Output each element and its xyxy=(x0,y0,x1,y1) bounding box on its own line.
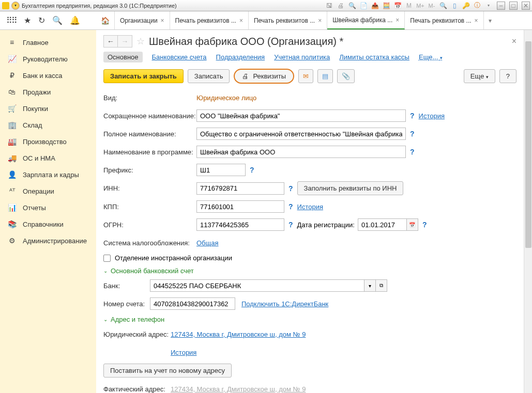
email-button[interactable]: ✉ xyxy=(298,69,313,83)
notifications-bell-icon[interactable]: 🔔 xyxy=(70,15,80,25)
tab-subdivisions[interactable]: Подразделения xyxy=(216,53,265,61)
help-icon[interactable]: ? xyxy=(288,184,293,193)
tab-print-req-2[interactable]: Печать реквизитов ... × xyxy=(249,11,327,29)
tab-print-req-3[interactable]: Печать реквизитов ... × xyxy=(405,11,483,29)
program-name-input[interactable] xyxy=(196,146,406,158)
full-name-input[interactable] xyxy=(196,128,406,140)
prefix-input[interactable] xyxy=(196,164,246,176)
bank-input[interactable] xyxy=(150,279,364,292)
info-icon[interactable]: ⓘ xyxy=(473,2,481,10)
scroll-thumb[interactable] xyxy=(525,41,531,248)
zoom-icon[interactable]: 🔍 xyxy=(439,2,447,10)
foreign-branch-checkbox[interactable] xyxy=(103,255,111,262)
nav-main[interactable]: ≡Главное xyxy=(0,34,96,51)
new-address-button[interactable]: Поставить на учет по новому адресу xyxy=(103,364,232,378)
calendar-picker-icon[interactable]: 📅 xyxy=(407,218,418,231)
nav-reports[interactable]: 📊Отчеты xyxy=(0,199,96,216)
calc-icon[interactable]: 🧮 xyxy=(382,2,390,10)
nav-manager[interactable]: 📈Руководителю xyxy=(0,51,96,67)
kpp-input[interactable] xyxy=(196,200,284,213)
tab-policy[interactable]: Учетная политика xyxy=(274,53,330,61)
save-icon[interactable]: 🖫 xyxy=(325,2,333,10)
tab-limits[interactable]: Лимиты остатка кассы xyxy=(339,53,409,61)
requisites-button[interactable]: 🖨 Реквизиты xyxy=(234,69,294,84)
history-link[interactable]: История xyxy=(419,112,445,120)
m-minus-btn[interactable]: M- xyxy=(428,2,436,10)
apps-grid-icon[interactable]: ⠿⠿ xyxy=(6,15,17,25)
tabs-dropdown[interactable]: ▾ xyxy=(484,11,496,29)
close-icon[interactable]: × xyxy=(475,17,478,24)
preview-icon[interactable]: 🔍 xyxy=(348,2,356,10)
favorite-star-icon[interactable]: ☆ xyxy=(136,36,145,47)
panel-icon[interactable]: ▯ xyxy=(450,2,459,10)
help-button[interactable]: ? xyxy=(499,69,516,83)
nav-sales[interactable]: 🛍Продажи xyxy=(0,84,96,100)
nav-warehouse[interactable]: 🏢Склад xyxy=(0,117,96,133)
close-page-button[interactable]: × xyxy=(512,37,516,46)
close-icon[interactable]: × xyxy=(161,17,164,24)
tab-bank-accounts[interactable]: Банковские счета xyxy=(152,53,207,61)
nav-operations[interactable]: ᴬᵀОперации xyxy=(0,183,96,199)
help-icon[interactable]: ? xyxy=(288,202,293,211)
tab-more[interactable]: Еще... ▾ xyxy=(419,53,443,61)
m-btn[interactable]: M xyxy=(405,2,413,10)
inn-input[interactable] xyxy=(196,182,284,195)
dropdown-icon[interactable]: ▾ xyxy=(364,279,376,292)
nav-admin[interactable]: ⚙Администрирование xyxy=(0,232,96,249)
nav-directories[interactable]: 📚Справочники xyxy=(0,216,96,232)
doc2-icon[interactable]: 📤 xyxy=(371,2,379,10)
reg-date-input[interactable] xyxy=(358,218,407,231)
window-minimize-button[interactable]: – xyxy=(497,2,505,10)
m-plus-btn[interactable]: M+ xyxy=(416,2,424,10)
account-input[interactable] xyxy=(150,297,235,310)
window-maximize-button[interactable]: □ xyxy=(509,2,518,10)
save-button[interactable]: Записать xyxy=(188,69,230,83)
nav-bank[interactable]: ₽Банк и касса xyxy=(0,67,96,84)
kpp-history-link[interactable]: История xyxy=(297,203,323,211)
connect-direct-link[interactable]: Подключить 1С:ДиректБанк xyxy=(241,300,328,308)
key-icon[interactable]: 🔑 xyxy=(462,2,470,10)
fill-by-inn-button[interactable]: Заполнить реквизиты по ИНН xyxy=(297,181,404,195)
tax-system-link[interactable]: Общая xyxy=(196,239,219,247)
tab-sewing-factory[interactable]: Швейная фабрика ... × xyxy=(327,11,405,29)
help-icon[interactable]: ? xyxy=(250,166,254,174)
help-icon[interactable]: ? xyxy=(410,112,415,120)
attach-button[interactable]: 📎 xyxy=(337,69,355,83)
address-section-toggle[interactable]: ⌄ Адрес и телефон xyxy=(103,316,516,323)
help-icon[interactable]: ? xyxy=(410,130,415,138)
nav-assets[interactable]: 🚚ОС и НМА xyxy=(0,150,96,166)
tab-main[interactable]: Основное xyxy=(103,52,143,62)
save-close-button[interactable]: Записать и закрыть xyxy=(103,69,184,83)
close-icon[interactable]: × xyxy=(239,17,243,24)
print-icon[interactable]: 🖨 xyxy=(337,2,345,10)
nav-purchases[interactable]: 🛒Покупки xyxy=(0,100,96,117)
help-icon[interactable]: ? xyxy=(288,221,293,229)
document-button[interactable]: ▤ xyxy=(317,69,333,83)
actual-addr-link[interactable]: 127434, Москва г, Дмитровское ш, дом № 9 xyxy=(171,385,306,393)
favorites-star-icon[interactable]: ★ xyxy=(24,15,31,25)
legal-addr-link[interactable]: 127434, Москва г, Дмитровское ш, дом № 9 xyxy=(171,331,306,338)
ogrn-input[interactable] xyxy=(196,218,284,231)
home-tab[interactable]: 🏠 xyxy=(96,11,115,29)
open-icon[interactable]: ⧉ xyxy=(376,279,387,292)
doc1-icon[interactable]: 📄 xyxy=(359,2,368,10)
nav-forward-button[interactable]: → xyxy=(118,35,132,48)
vertical-scrollbar[interactable] xyxy=(524,30,532,393)
search-icon[interactable]: 🔍 xyxy=(52,15,63,25)
nav-back-button[interactable]: ← xyxy=(103,35,118,48)
bank-section-toggle[interactable]: ⌄ Основной банковский счет xyxy=(103,267,516,275)
app-menu-dropdown[interactable]: ▾ xyxy=(11,2,20,10)
more-button[interactable]: Еще ▾ xyxy=(464,69,495,83)
info-drop-icon[interactable]: ▾ xyxy=(484,2,493,10)
close-icon[interactable]: × xyxy=(318,17,322,24)
history-icon[interactable]: ↻ xyxy=(38,15,45,25)
tab-print-req-1[interactable]: Печать реквизитов ... × xyxy=(170,11,249,29)
calendar-icon[interactable]: 📅 xyxy=(393,2,402,10)
short-name-input[interactable] xyxy=(196,109,406,122)
close-icon[interactable]: × xyxy=(396,17,399,24)
help-icon[interactable]: ? xyxy=(410,148,415,156)
legal-addr-history-link[interactable]: История xyxy=(171,349,196,356)
nav-production[interactable]: 🏭Производство xyxy=(0,133,96,150)
window-close-button[interactable]: ✕ xyxy=(522,2,530,10)
nav-hr[interactable]: 👤Зарплата и кадры xyxy=(0,166,96,183)
